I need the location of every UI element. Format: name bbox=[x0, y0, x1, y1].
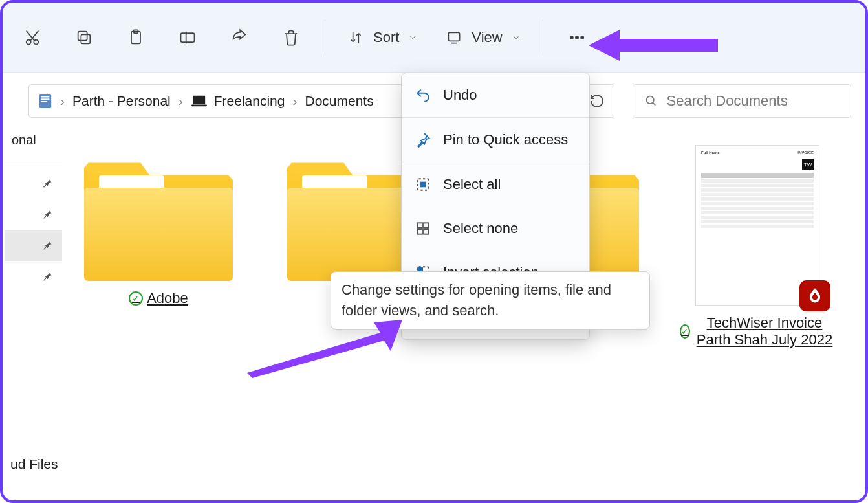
menu-select-none[interactable]: Select none bbox=[402, 207, 589, 251]
folder-icon bbox=[84, 158, 233, 281]
menu-select-all[interactable]: Select all bbox=[402, 162, 589, 207]
tooltip-text: Change settings for opening items, file … bbox=[342, 282, 611, 319]
nav-label: ud Files bbox=[10, 456, 58, 471]
menu-pin-quick-access[interactable]: Pin to Quick access bbox=[402, 118, 589, 162]
command-bar: Sort View bbox=[3, 3, 865, 73]
menu-undo[interactable]: Undo bbox=[402, 73, 589, 117]
svg-point-17 bbox=[646, 96, 653, 104]
file-item[interactable]: Full NameINVOICE TW ✓ TechWiser Invoice … bbox=[674, 145, 841, 348]
pdf-thumbnail: Full NameINVOICE TW bbox=[695, 145, 819, 306]
separator bbox=[543, 20, 543, 55]
menu-label: Undo bbox=[443, 87, 477, 104]
view-dropdown[interactable]: View bbox=[434, 14, 532, 61]
svg-point-10 bbox=[581, 36, 583, 38]
view-icon bbox=[446, 29, 462, 46]
pdf-badge-icon bbox=[799, 280, 830, 311]
sort-label: Sort bbox=[373, 29, 399, 46]
folder-label: ✓ Adobe bbox=[129, 290, 188, 307]
svg-point-9 bbox=[576, 36, 578, 38]
nav-pinned-item[interactable] bbox=[5, 261, 62, 292]
crumb-sep: › bbox=[179, 93, 183, 109]
nav-panel: onal bbox=[5, 124, 62, 292]
crumb-item[interactable]: Documents bbox=[305, 93, 373, 109]
rename-button[interactable] bbox=[164, 14, 211, 61]
svg-rect-6 bbox=[181, 33, 195, 42]
folder-name: Adobe bbox=[147, 290, 188, 307]
svg-point-8 bbox=[570, 36, 572, 38]
search-icon bbox=[645, 94, 658, 108]
svg-rect-7 bbox=[449, 32, 460, 41]
crumb-sep: › bbox=[292, 93, 297, 109]
laptop-icon bbox=[191, 94, 208, 108]
svg-marker-29 bbox=[247, 320, 402, 378]
file-name: TechWiser Invoice Parth Shah July 2022 bbox=[694, 315, 835, 348]
sort-dropdown[interactable]: Sort bbox=[336, 14, 429, 61]
svg-point-0 bbox=[27, 39, 31, 44]
search-input[interactable] bbox=[667, 93, 839, 109]
separator bbox=[325, 20, 325, 55]
svg-rect-14 bbox=[41, 101, 47, 102]
crumb-item[interactable]: Freelancing bbox=[214, 93, 285, 109]
sort-icon bbox=[347, 29, 364, 46]
share-button[interactable] bbox=[216, 14, 263, 61]
search-box[interactable] bbox=[633, 84, 851, 118]
svg-rect-15 bbox=[193, 96, 205, 104]
crumb-item[interactable]: Parth - Personal bbox=[72, 93, 171, 109]
svg-rect-16 bbox=[191, 105, 207, 107]
chevron-down-icon bbox=[408, 33, 417, 42]
svg-rect-13 bbox=[41, 98, 50, 100]
nav-label: onal bbox=[12, 133, 36, 148]
svg-rect-3 bbox=[78, 31, 87, 40]
svg-rect-21 bbox=[424, 223, 429, 228]
svg-rect-12 bbox=[41, 96, 50, 98]
sync-check-icon: ✓ bbox=[680, 324, 690, 339]
svg-rect-22 bbox=[417, 229, 422, 234]
nav-item[interactable]: ud Files bbox=[10, 456, 58, 472]
svg-rect-20 bbox=[417, 223, 422, 228]
sync-check-icon: ✓ bbox=[129, 291, 143, 306]
annotation-arrow bbox=[589, 26, 718, 68]
chevron-down-icon bbox=[512, 33, 521, 42]
svg-point-1 bbox=[34, 39, 38, 44]
svg-rect-2 bbox=[81, 34, 90, 43]
nav-pinned-item-selected[interactable] bbox=[5, 230, 62, 261]
paste-button[interactable] bbox=[113, 14, 159, 61]
menu-label: Select all bbox=[443, 176, 501, 193]
crumb-sep: › bbox=[60, 93, 65, 109]
cut-button[interactable] bbox=[9, 14, 56, 61]
document-icon bbox=[38, 93, 52, 109]
svg-marker-28 bbox=[589, 30, 718, 61]
menu-label: Select none bbox=[443, 220, 518, 237]
folder-item[interactable]: ✓ Adobe bbox=[65, 145, 252, 307]
svg-rect-23 bbox=[424, 229, 429, 234]
copy-button[interactable] bbox=[61, 14, 107, 61]
nav-item[interactable]: onal bbox=[5, 124, 62, 155]
menu-label: Pin to Quick access bbox=[443, 131, 568, 148]
view-label: View bbox=[472, 29, 502, 46]
annotation-arrow bbox=[247, 320, 402, 381]
nav-pinned-item[interactable] bbox=[5, 168, 62, 199]
svg-rect-19 bbox=[420, 182, 426, 188]
delete-button[interactable] bbox=[268, 14, 314, 61]
file-label: ✓ TechWiser Invoice Parth Shah July 2022 bbox=[680, 315, 835, 348]
nav-pinned-item[interactable] bbox=[5, 199, 62, 230]
